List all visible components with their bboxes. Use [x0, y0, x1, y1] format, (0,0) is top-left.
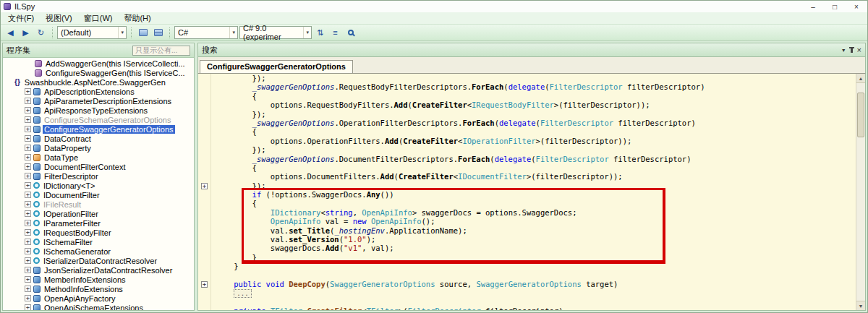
expander-icon[interactable]: +: [25, 192, 31, 198]
close-button[interactable]: ×: [846, 1, 867, 12]
tree-item[interactable]: +ApiDescriptionExtensions: [3, 87, 194, 96]
panel-view-icon[interactable]: [136, 26, 150, 39]
expander-icon[interactable]: +: [25, 154, 31, 160]
tree-item[interactable]: +IOperationFilter: [3, 209, 194, 218]
tree-item[interactable]: +OpenApiAnyFactory: [3, 293, 194, 303]
tree-item[interactable]: +DataContract: [3, 134, 194, 143]
tree-item[interactable]: +ISerializerDataContractResolver: [3, 256, 194, 265]
tree-item-label: ISchemaFilter: [42, 238, 94, 246]
back-icon[interactable]: ◀: [4, 26, 17, 39]
chevron-down-icon[interactable]: ▾: [303, 27, 311, 38]
code-token: ForEach: [472, 82, 503, 91]
scroll-down-icon[interactable]: ▼: [856, 301, 865, 310]
refresh-icon[interactable]: ↻: [34, 26, 48, 39]
assembly-list-select[interactable]: (Default) ▾: [57, 26, 127, 39]
tree-item-label: Swashbuckle.AspNetCore.SwaggerGen: [23, 78, 167, 87]
expander-icon[interactable]: +: [25, 229, 31, 236]
chevron-down-icon[interactable]: ▼: [841, 48, 846, 53]
tree-item[interactable]: +DataProperty: [3, 143, 194, 153]
tree-item[interactable]: +MethodInfoExtensions: [3, 284, 194, 293]
scroll-up-icon[interactable]: ▲: [856, 74, 865, 83]
code-token: "v1": [344, 244, 362, 252]
tree-item[interactable]: +JsonSerializerDataContractResolver: [3, 265, 194, 275]
close-pane-icon[interactable]: ×: [857, 46, 861, 53]
tree-item[interactable]: {}Swashbuckle.AspNetCore.SwaggerGen: [3, 77, 194, 87]
panel-split-icon[interactable]: [151, 26, 165, 39]
tree-item-label: IParameterFilter: [42, 219, 102, 228]
expander-icon[interactable]: +: [25, 163, 31, 170]
expander-icon[interactable]: +: [25, 295, 31, 301]
tree-item[interactable]: +OpenApiSchemaExtensions: [3, 303, 194, 310]
tree-item[interactable]: +ConfigureSchemaGeneratorOptions: [3, 115, 194, 124]
language-select[interactable]: C# ▾: [174, 26, 238, 39]
expander-icon[interactable]: +: [25, 239, 31, 245]
expander-icon[interactable]: +: [25, 145, 31, 151]
tree-item[interactable]: +MemberInfoExtensions: [3, 275, 194, 284]
expander-icon[interactable]: +: [25, 201, 31, 207]
menu-file[interactable]: 文件(F): [2, 12, 40, 24]
minimize-button[interactable]: –: [802, 1, 824, 12]
code-token: OpenApiInfo: [271, 217, 321, 226]
menu-window[interactable]: 窗口(W): [78, 12, 119, 24]
fold-expand-icon[interactable]: +: [201, 183, 208, 189]
tree-item[interactable]: ConfigureSwaggerGen(this IServiceC...: [3, 68, 194, 77]
public-only-filter[interactable]: 只显示公有...: [132, 46, 190, 56]
expander-icon[interactable]: +: [25, 286, 31, 292]
forward-icon[interactable]: ▶: [19, 26, 33, 39]
code-token: .ApplicationName);: [385, 226, 467, 235]
tree-item[interactable]: +IDocumentFilter: [3, 190, 194, 200]
tree-item-label: ApiParameterDescriptionExtensions: [43, 97, 173, 106]
scrollbar-thumb[interactable]: [857, 93, 864, 137]
expander-icon[interactable]: +: [25, 98, 31, 104]
tree-item[interactable]: AddSwaggerGen(this IServiceCollecti...: [3, 59, 194, 68]
code-token: delegate: [499, 119, 536, 127]
tree-item[interactable]: +ApiResponseTypeExtensions: [3, 106, 194, 115]
method-icon: [35, 69, 42, 77]
tree-item[interactable]: +IFileResult: [3, 200, 194, 209]
tree-item[interactable]: +FilterDescriptor: [3, 171, 194, 181]
tree-item[interactable]: +ISchemaFilter: [3, 237, 194, 246]
expander-icon[interactable]: +: [25, 182, 31, 189]
language-version-select[interactable]: C# 9.0 (experimer ▾: [239, 26, 312, 39]
vertical-scrollbar[interactable]: ▲ ▼: [856, 74, 865, 310]
code-line: public void DeepCopy(SwaggerGeneratorOpt…: [216, 280, 856, 288]
chevron-down-icon[interactable]: ▾: [229, 27, 237, 38]
menu-bar: 文件(F) 视图(V) 窗口(W) 帮助(H): [1, 12, 867, 25]
collapse-all-icon[interactable]: ≡: [328, 26, 342, 39]
expander-icon[interactable]: +: [25, 304, 31, 310]
tab-configure-swagger-generator-options[interactable]: ConfigureSwaggerGeneratorOptions: [200, 60, 353, 73]
code-token: _swaggerGenOptions: [252, 119, 335, 127]
expander-icon[interactable]: +: [25, 88, 31, 95]
menu-view[interactable]: 视图(V): [40, 12, 78, 24]
expander-icon[interactable]: +: [25, 248, 31, 254]
expander-icon[interactable]: +: [25, 116, 31, 123]
expander-icon[interactable]: +: [25, 257, 31, 264]
code-view[interactable]: }); _swaggerGenOptions.RequestBodyFilter…: [211, 74, 856, 310]
pin-icon[interactable]: [851, 47, 853, 53]
tree-item[interactable]: +ISchemaGenerator: [3, 246, 194, 256]
tree-item[interactable]: +DataType: [3, 153, 194, 162]
sort-icon[interactable]: ⇅: [313, 26, 327, 39]
expander-icon[interactable]: +: [25, 220, 31, 226]
tree-item[interactable]: +IParameterFilter: [3, 218, 194, 228]
interface-icon: [33, 192, 40, 198]
document-tabstrip: ConfigureSwaggerGeneratorOptions: [197, 57, 866, 73]
expander-icon[interactable]: +: [25, 135, 31, 142]
maximize-button[interactable]: □: [824, 1, 846, 12]
tree-item[interactable]: +DocumentFilterContext: [3, 162, 194, 171]
expander-icon[interactable]: +: [25, 210, 31, 217]
menu-help[interactable]: 帮助(H): [118, 12, 156, 24]
expander-icon[interactable]: +: [25, 107, 31, 113]
tree-item[interactable]: +ConfigureSwaggerGeneratorOptions: [3, 124, 194, 134]
search-icon[interactable]: [344, 26, 357, 39]
expander-icon[interactable]: +: [25, 276, 31, 283]
expander-icon[interactable]: +: [25, 267, 31, 273]
tree-item[interactable]: +IRequestBodyFilter: [3, 228, 194, 237]
fold-expand-icon[interactable]: +: [201, 281, 208, 288]
expander-icon[interactable]: +: [25, 173, 31, 179]
code-token: if: [252, 190, 262, 199]
chevron-down-icon[interactable]: ▾: [118, 27, 126, 38]
tree-item[interactable]: +ApiParameterDescriptionExtensions: [3, 96, 194, 106]
expander-icon[interactable]: +: [25, 126, 31, 132]
tree-item[interactable]: +IDictionary<T>: [3, 181, 194, 190]
